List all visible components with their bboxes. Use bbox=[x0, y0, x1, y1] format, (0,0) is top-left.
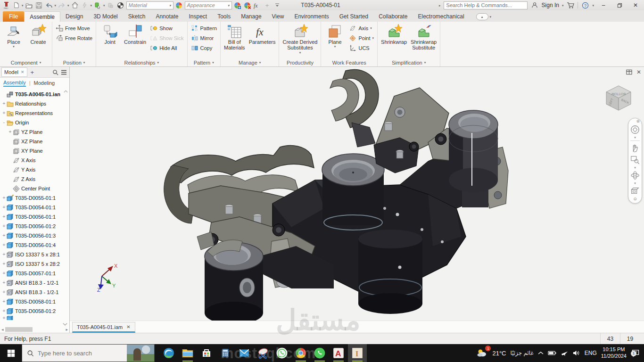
weather-temp[interactable]: 21°C bbox=[492, 350, 506, 357]
document-tab[interactable]: T035-A0045-01.iam ✕ bbox=[72, 322, 135, 333]
pan-icon[interactable] bbox=[629, 142, 641, 154]
expand-icon[interactable]: + bbox=[1, 233, 7, 238]
iproperties-icon[interactable] bbox=[107, 1, 115, 9]
battery-icon[interactable] bbox=[548, 350, 557, 356]
tree-item-t035-d0056-01-1[interactable]: +T035-D0056-01:1 bbox=[0, 212, 69, 222]
language-indicator[interactable]: ENG bbox=[585, 350, 597, 356]
orbit-caret[interactable]: ▾ bbox=[634, 181, 636, 185]
expand-icon[interactable]: + bbox=[1, 290, 7, 295]
add-browser-tab-button[interactable]: + bbox=[29, 69, 36, 76]
expand-icon[interactable]: + bbox=[1, 111, 7, 115]
document-tab-close-icon[interactable]: ✕ bbox=[126, 324, 130, 329]
tree-item-t035-a0045-01-ian[interactable]: T035-A0045-01.ian bbox=[0, 90, 69, 99]
new-file-icon[interactable] bbox=[12, 1, 20, 9]
tab-modeling[interactable]: Modeling bbox=[34, 80, 55, 86]
tree-item-t035-d0054-01-1[interactable]: +T035-D0054-01:1 bbox=[0, 203, 69, 212]
panel-caret-icon[interactable]: ▾ bbox=[424, 61, 426, 64]
tree-item-relationships[interactable]: +Relationships bbox=[0, 99, 69, 108]
taskbar-autocad-icon[interactable]: A bbox=[329, 344, 348, 362]
expand-icon[interactable]: + bbox=[1, 205, 7, 210]
panel-title-manage[interactable]: Manage▾ bbox=[223, 58, 277, 66]
ribbon-tab-collaborate[interactable]: Collaborate bbox=[373, 11, 413, 22]
expand-icon[interactable]: + bbox=[1, 316, 7, 320]
panel-title-work-features[interactable]: Work Features bbox=[323, 58, 375, 66]
add-command-icon[interactable]: + bbox=[263, 1, 272, 9]
taskbar-inventor-icon[interactable]: I bbox=[348, 344, 367, 362]
redo-icon[interactable] bbox=[58, 1, 66, 9]
taskbar-file-explorer-icon[interactable] bbox=[178, 344, 197, 362]
ribbon-collapse-caret[interactable]: ▾ bbox=[490, 15, 492, 18]
expand-icon[interactable]: + bbox=[1, 271, 7, 276]
tree-item-representations[interactable]: +Representations bbox=[0, 108, 69, 118]
ribbon-tab-annotate[interactable]: Annotate bbox=[150, 11, 183, 22]
browser-tab-model[interactable]: Model ✕ bbox=[1, 67, 27, 77]
panel-caret-icon[interactable]: ▾ bbox=[212, 61, 214, 64]
taskbar-snipping-tool-icon[interactable] bbox=[254, 344, 272, 362]
taskbar-chrome-icon[interactable] bbox=[291, 344, 310, 362]
navbar-collapse-icon[interactable]: ⊖ bbox=[633, 197, 637, 201]
color-wheel-icon[interactable] bbox=[175, 1, 183, 9]
material-select[interactable]: Material▾ bbox=[126, 1, 173, 9]
taskbar-store-icon[interactable] bbox=[197, 344, 216, 362]
panel-title-relationships[interactable]: Relationships▾ bbox=[98, 58, 185, 66]
tree-item-center-point[interactable]: Center Point bbox=[0, 184, 69, 193]
adjust-appearance-icon[interactable] bbox=[233, 1, 242, 9]
tree-item-xy-plane[interactable]: XY Plane bbox=[0, 146, 69, 156]
material-ball-icon[interactable] bbox=[116, 1, 125, 9]
hscroll-thumb[interactable] bbox=[5, 327, 33, 332]
hscroll-right-icon[interactable]: ▸ bbox=[66, 327, 68, 332]
tree-item-origin[interactable]: -Origin bbox=[0, 118, 69, 127]
ucs-button[interactable]: UCS bbox=[347, 43, 375, 53]
ribbon-tab-view[interactable]: View bbox=[267, 11, 289, 22]
help-search-input[interactable] bbox=[444, 1, 528, 9]
panel-title-position[interactable]: Position▾ bbox=[54, 58, 94, 66]
new-file-caret[interactable]: ▾ bbox=[22, 4, 24, 7]
expand-icon[interactable]: + bbox=[1, 280, 7, 285]
ribbon-tab-tools[interactable]: Tools bbox=[212, 11, 236, 22]
tree-item-iso-13337-5-x-28-2[interactable]: +ISO 13337 5 x 28:2 bbox=[0, 259, 69, 269]
panel-title-pattern[interactable]: Pattern▾ bbox=[190, 58, 218, 66]
panel-caret-icon[interactable]: ▾ bbox=[83, 61, 85, 64]
clear-appearance-icon[interactable] bbox=[243, 1, 252, 9]
panel-title-simplification[interactable]: Simplification▾ bbox=[380, 58, 438, 66]
hide-all-button[interactable]: Hide All bbox=[149, 43, 185, 53]
volume-icon[interactable] bbox=[572, 350, 580, 356]
tree-item-t035-d0056-01-2[interactable]: +T035-D0056-01:2 bbox=[0, 222, 69, 231]
panel-caret-icon[interactable]: ▾ bbox=[40, 61, 41, 64]
ribbon-tab-environments[interactable]: Environments bbox=[289, 11, 334, 22]
tree-item-xz-plane[interactable]: XZ Plane bbox=[0, 137, 69, 146]
collapse-icon[interactable]: - bbox=[1, 120, 7, 125]
pattern-button[interactable]: Pattern bbox=[190, 23, 218, 33]
expand-icon[interactable]: + bbox=[1, 243, 7, 247]
ribbon-tab-assemble[interactable]: Assemble bbox=[24, 11, 60, 22]
parameters-button[interactable]: fxParameters bbox=[248, 23, 277, 45]
expand-icon[interactable]: + bbox=[1, 196, 7, 200]
tree-item-y-axis[interactable]: Y Axis bbox=[0, 165, 69, 174]
panel-title-component[interactable]: Component▾ bbox=[2, 58, 50, 66]
expand-icon[interactable]: + bbox=[1, 299, 7, 304]
expand-icon[interactable]: + bbox=[1, 262, 7, 266]
browser-menu-icon[interactable] bbox=[61, 70, 67, 75]
ribbon-collapse-icon[interactable]: ▴ bbox=[476, 13, 488, 20]
taskbar-mail-icon[interactable] bbox=[235, 344, 254, 362]
tree-item-z-axis[interactable]: Z Axis bbox=[0, 174, 69, 184]
close-button[interactable]: ✕ bbox=[629, 0, 642, 10]
navigation-wheel-icon[interactable] bbox=[629, 124, 641, 135]
free-rotate-button[interactable]: Free Rotate bbox=[54, 33, 94, 43]
panel-caret-icon[interactable]: ▾ bbox=[157, 61, 159, 64]
tab-assembly[interactable]: Assembly bbox=[3, 80, 26, 87]
redo-caret[interactable]: ▾ bbox=[67, 4, 69, 7]
plane-button[interactable]: Plane▾ bbox=[323, 23, 347, 49]
undo-caret[interactable]: ▾ bbox=[55, 4, 57, 7]
orbit-icon[interactable] bbox=[629, 170, 641, 181]
ribbon-tab-get-started[interactable]: Get Started bbox=[334, 11, 373, 22]
tree-item-t035-d0058-01-1[interactable]: +T035-D0058-01:1 bbox=[0, 297, 69, 306]
tree-item-ansi-b18-3-1-2-1[interactable]: +ANSI B18.3 - 1/2-1 bbox=[0, 278, 69, 288]
tree-item-t035-d0057-01-1[interactable]: +T035-D0057-01:1 bbox=[0, 269, 69, 278]
ribbon-display-options[interactable]: ▴ ▾ bbox=[476, 13, 492, 20]
sign-in-button[interactable]: Sign In bbox=[542, 2, 559, 8]
root-collapse-icon[interactable] bbox=[64, 90, 68, 93]
panel-title-productivity[interactable]: Productivity bbox=[281, 58, 319, 66]
navbar-close-icon[interactable]: ⊗ bbox=[636, 119, 640, 123]
zoom-window-icon[interactable] bbox=[629, 154, 641, 165]
